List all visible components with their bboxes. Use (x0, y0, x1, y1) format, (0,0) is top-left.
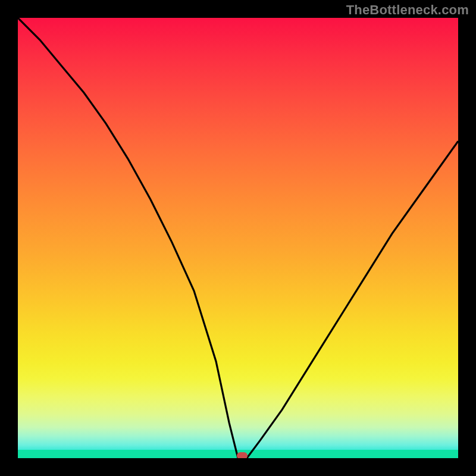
plot-area (18, 18, 458, 458)
attribution-text: TheBottleneck.com (346, 2, 469, 18)
bottleneck-curve (18, 18, 458, 458)
chart-frame: TheBottleneck.com (0, 0, 476, 476)
optimal-point-marker (237, 452, 248, 458)
curve-path (18, 18, 458, 458)
